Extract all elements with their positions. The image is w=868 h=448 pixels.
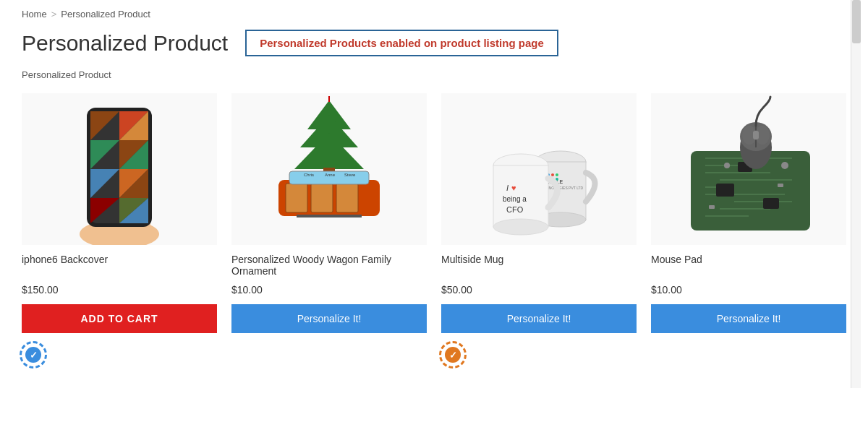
product-image-4 <box>651 93 846 245</box>
svg-text:Steve: Steve <box>344 173 356 177</box>
svg-rect-77 <box>778 184 783 187</box>
breadcrumb-separator: > <box>51 9 57 20</box>
product-price-1: $150.00 <box>22 284 59 296</box>
breadcrumb-home[interactable]: Home <box>22 9 47 20</box>
svg-text:Chris: Chris <box>304 173 314 177</box>
svg-text:♥: ♥ <box>511 184 516 192</box>
category-label: Personalized Product <box>22 69 846 80</box>
page-title: Personalized Product <box>22 31 228 56</box>
svg-rect-74 <box>763 198 779 209</box>
product-card-1: iphone6 Backcover $150.00 ADD TO CART ✓ <box>22 93 217 366</box>
svg-text:being a: being a <box>503 195 527 203</box>
product-card-4: Mouse Pad $10.00 Personalize It! <box>651 93 846 366</box>
check-icon-3: ✓ <box>445 347 461 363</box>
product-image-1 <box>22 93 217 245</box>
product-name-4: Mouse Pad <box>651 254 702 280</box>
badge-3: ✓ <box>441 343 464 366</box>
svg-text:I: I <box>506 184 509 192</box>
svg-rect-73 <box>716 184 734 197</box>
svg-point-78 <box>781 162 788 169</box>
svg-text:CFO: CFO <box>506 205 524 214</box>
svg-rect-27 <box>286 184 307 212</box>
product-name-2: Personalized Woody Wagon Family Ornament <box>231 254 427 280</box>
product-price-2: $10.00 <box>231 284 263 296</box>
notice-box: Personalized Products enabled on product… <box>245 30 558 56</box>
svg-rect-85 <box>753 131 759 139</box>
svg-marker-22 <box>294 133 364 169</box>
scrollbar-thumb[interactable] <box>852 0 861 43</box>
badge-ring-3: ✓ <box>441 343 464 366</box>
product-price-3: $50.00 <box>441 284 472 296</box>
svg-rect-76 <box>709 205 715 209</box>
check-icon-1: ✓ <box>25 347 41 363</box>
product-name-3: Multiside Mug <box>441 254 503 280</box>
svg-point-52 <box>556 173 558 176</box>
personalize-button-4[interactable]: Personalize It! <box>651 304 846 333</box>
svg-point-58 <box>493 219 548 235</box>
products-grid: iphone6 Backcover $150.00 ADD TO CART ✓ <box>22 93 846 366</box>
svg-point-79 <box>724 163 730 168</box>
vertical-scrollbar[interactable] <box>851 0 861 388</box>
product-name-1: iphone6 Backcover <box>22 254 108 280</box>
personalize-button-3[interactable]: Personalize It! <box>441 304 637 333</box>
breadcrumb: Home > Personalized Product <box>22 9 846 20</box>
svg-rect-44 <box>297 215 362 217</box>
product-card-3: MILOPLE TECHNOLOGIES PVT LTD <box>441 93 637 366</box>
svg-point-51 <box>551 173 554 176</box>
personalize-button-2[interactable]: Personalize It! <box>231 304 427 333</box>
add-to-cart-button-1[interactable]: ADD TO CART <box>22 304 217 333</box>
svg-rect-28 <box>311 184 333 212</box>
product-price-4: $10.00 <box>651 284 682 296</box>
svg-text:Anne: Anne <box>325 173 336 177</box>
product-image-3: MILOPLE TECHNOLOGIES PVT LTD <box>441 93 637 245</box>
product-card-2: Chris Anne Steve <box>231 93 427 366</box>
svg-rect-29 <box>336 184 358 212</box>
product-image-2: Chris Anne Steve <box>231 93 427 245</box>
badge-ring-1: ✓ <box>22 343 45 366</box>
breadcrumb-current: Personalized Product <box>61 9 150 20</box>
badge-1: ✓ <box>22 343 45 366</box>
page-wrapper: Home > Personalized Product Personalized… <box>7 0 861 388</box>
page-header: Personalized Product Personalized Produc… <box>22 30 846 56</box>
